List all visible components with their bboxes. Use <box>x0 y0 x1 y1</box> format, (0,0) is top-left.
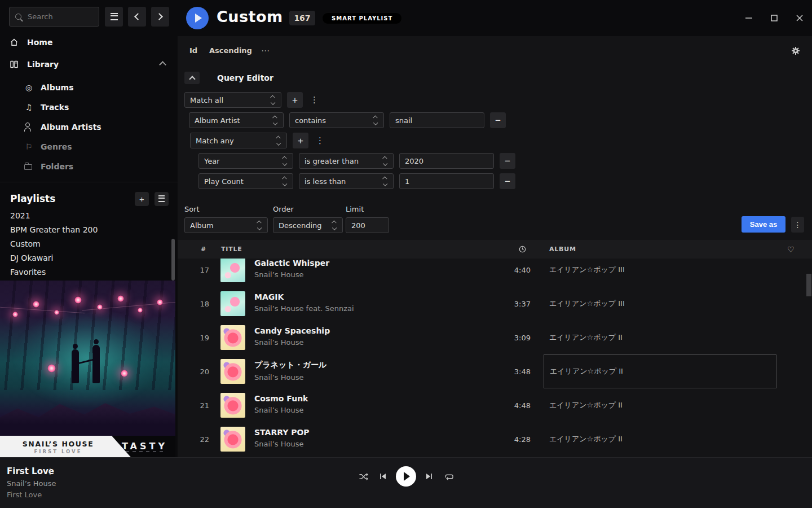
now-playing-album: First Love <box>7 491 42 499</box>
limit-label: Limit <box>346 205 364 213</box>
note-icon: ♫ <box>24 103 34 112</box>
sidebar-divider <box>0 182 178 182</box>
add-rule-button[interactable]: + <box>293 133 308 148</box>
sort-order-button[interactable]: Ascending <box>209 36 252 65</box>
track-row[interactable]: 22STARRY POPSnail’s House4:28エイリアン☆ポップ I… <box>178 422 812 456</box>
home-icon <box>9 38 19 47</box>
playlist-list-button[interactable] <box>155 192 169 206</box>
sort-field-button[interactable]: Id <box>189 36 197 65</box>
add-rule-button[interactable]: + <box>287 92 303 108</box>
playlist-item-2021[interactable]: 2021 <box>10 209 166 223</box>
play-playlist-button[interactable] <box>186 7 209 29</box>
favorite-column-heart-icon[interactable]: ♡ <box>787 240 795 259</box>
sidebar-item-albums[interactable]: ◎Albums <box>0 77 178 97</box>
playlist-item-dj-okawari[interactable]: DJ Okawari <box>10 251 166 265</box>
app-window: Home Library ◎Albums♫TracksAlbum Artists… <box>0 0 812 508</box>
query-rule-row: Yearis greater than− <box>198 153 804 169</box>
rule-field-select[interactable]: Play Count <box>198 173 293 189</box>
rule-operator-select[interactable]: is less than <box>299 173 394 189</box>
save-as-button[interactable]: Save as <box>742 216 785 233</box>
now-playing-artwork: TASTY SNAIL’S HOUSE FIRST LOVE <box>0 281 175 457</box>
artwork-artist: SNAIL’S HOUSE <box>8 440 108 448</box>
artist-icon <box>24 122 34 132</box>
rule-field-select[interactable]: Year <box>198 153 293 169</box>
next-track-button[interactable] <box>420 466 439 487</box>
back-button[interactable] <box>128 7 146 27</box>
rule-field-select[interactable]: Album Artist <box>189 112 284 128</box>
track-album: エイリアン☆ポップ II <box>544 354 776 388</box>
track-list: 17Galactic WhisperSnail’s House4:40エイリアン… <box>178 259 812 457</box>
select-arrows-icon <box>283 157 288 165</box>
track-artist: Snail’s House <box>254 338 491 347</box>
forward-button[interactable] <box>151 7 169 27</box>
rule-value-input[interactable] <box>399 173 494 189</box>
rule-operator-select[interactable]: is greater than <box>299 153 394 169</box>
remove-rule-button[interactable]: − <box>490 112 506 128</box>
transport-controls <box>354 466 458 487</box>
sidebar-item-library[interactable]: Library <box>0 56 178 73</box>
order-select[interactable]: Descending <box>273 217 343 233</box>
sidebar-item-album-artists[interactable]: Album Artists <box>0 117 178 137</box>
column-index[interactable]: # <box>198 240 209 259</box>
collapse-library-icon[interactable] <box>160 60 165 69</box>
playlist-item-custom[interactable]: Custom <box>10 237 166 251</box>
track-row[interactable]: 20プラネット・ガールSnail’s House3:48エイリアン☆ポップ II <box>178 354 812 388</box>
remove-rule-button[interactable]: − <box>500 153 515 169</box>
artwork-figure <box>72 349 79 383</box>
sidebar: Home Library ◎Albums♫TracksAlbum Artists… <box>0 0 178 457</box>
rule-value-input[interactable] <box>399 153 494 169</box>
track-number: 18 <box>189 287 209 321</box>
rule-operator-select[interactable]: contains <box>289 112 384 128</box>
close-button[interactable] <box>787 7 812 29</box>
settings-button[interactable] <box>791 46 800 58</box>
maximize-button[interactable] <box>761 7 787 29</box>
sidebar-scrollbar-thumb[interactable] <box>171 239 175 281</box>
play-pause-button[interactable] <box>396 466 416 487</box>
search-box[interactable] <box>9 7 99 27</box>
track-duration: 4:28 <box>493 422 531 456</box>
previous-track-button[interactable] <box>373 466 392 487</box>
collapse-query-editor-button[interactable] <box>184 72 200 84</box>
sidebar-item-home[interactable]: Home <box>0 34 178 51</box>
match-select[interactable]: Match all <box>184 92 281 108</box>
column-title[interactable]: TITLE <box>221 240 242 259</box>
track-album: エイリアン☆ポップ II <box>544 388 776 422</box>
flag-icon: ⚐ <box>24 142 34 151</box>
playlist-item-bpm-greater-than-200[interactable]: BPM Greater than 200 <box>10 223 166 237</box>
now-playing-menu-button[interactable]: ⋮ <box>46 467 54 476</box>
folder-icon <box>24 162 34 171</box>
group-menu-button[interactable]: ⋮ <box>316 135 324 146</box>
query-menu-button[interactable]: ⋮ <box>791 217 804 233</box>
sidebar-item-folders[interactable]: Folders <box>0 156 178 176</box>
remove-rule-button[interactable]: − <box>500 173 515 189</box>
track-row[interactable]: 21Cosmo FunkSnail’s House4:48エイリアン☆ポップ I… <box>178 388 812 422</box>
album-art-thumb <box>220 325 245 350</box>
sidebar-item-genres[interactable]: ⚐Genres <box>0 137 178 156</box>
sort-select[interactable]: Album <box>184 217 268 233</box>
rule-field-value: Play Count <box>204 177 279 186</box>
column-album[interactable]: ALBUM <box>549 240 576 259</box>
limit-input[interactable] <box>346 217 389 233</box>
minimize-button[interactable] <box>736 7 761 29</box>
track-duration: 4:48 <box>493 388 531 422</box>
group-menu-button[interactable]: ⋮ <box>310 95 319 105</box>
match-select[interactable]: Match any <box>190 133 287 148</box>
track-row[interactable]: 19Candy SpaceshipSnail’s House3:09エイリアン☆… <box>178 321 812 354</box>
duration-column-clock-icon[interactable] <box>519 240 526 259</box>
search-input[interactable] <box>27 12 93 21</box>
shuffle-button[interactable] <box>354 466 373 487</box>
more-options-button[interactable]: ⋯ <box>261 36 270 65</box>
track-list-scrollbar-thumb[interactable] <box>806 274 811 296</box>
add-playlist-button[interactable]: + <box>135 192 149 206</box>
track-title: MAGIK <box>254 292 491 301</box>
menu-button[interactable] <box>105 7 123 27</box>
track-row[interactable]: 17Galactic WhisperSnail’s House4:40エイリアン… <box>178 259 812 287</box>
select-arrows-icon <box>383 177 388 185</box>
rule-value-input[interactable] <box>390 112 484 128</box>
query-editor: Query Editor Match all+⋮Album Artistcont… <box>184 72 804 233</box>
track-title-cell: プラネット・ガールSnail’s House <box>254 360 491 382</box>
sidebar-item-tracks[interactable]: ♫Tracks <box>0 97 178 117</box>
track-row[interactable]: 18MAGIKSnail’s House feat. Sennzai3:37エイ… <box>178 287 812 321</box>
repeat-button[interactable] <box>439 466 458 487</box>
playlist-item-favorites[interactable]: Favorites <box>10 265 166 279</box>
